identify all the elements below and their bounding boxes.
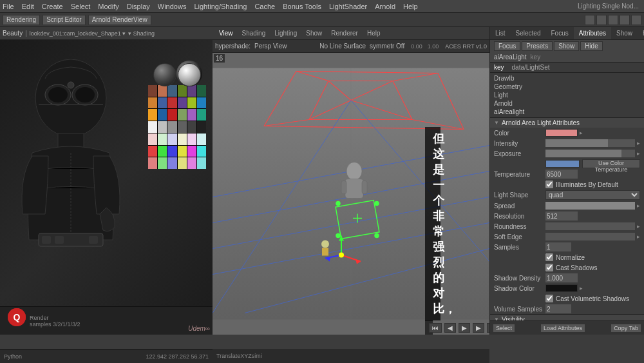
menu-select[interactable]: Select	[71, 3, 91, 10]
temperature-input[interactable]	[545, 170, 578, 179]
select-button[interactable]: Select	[493, 324, 515, 333]
viewport-tab-shading[interactable]: Shading	[238, 30, 270, 37]
no-line-surface[interactable]: No Line Surface	[319, 43, 366, 50]
roundness-slider[interactable]	[545, 222, 635, 230]
toolbar-icon-5[interactable]	[631, 15, 641, 25]
cast-shadows-checkbox[interactable]	[545, 264, 553, 271]
shadow-density-input[interactable]	[545, 273, 578, 282]
menu-windows[interactable]: Windows	[158, 3, 187, 10]
timeline-next-btn[interactable]: ▶	[473, 323, 484, 333]
color-swatch-cell	[178, 146, 187, 157]
symmetry-off[interactable]: symmetr Off	[370, 43, 404, 50]
node-item-arnold[interactable]: Arnold	[494, 99, 640, 108]
presets-btn[interactable]: Presets	[522, 41, 553, 51]
timeline-end-btn[interactable]: ⏭	[487, 323, 489, 333]
load-attributes-button[interactable]: Load Attributes	[540, 324, 585, 333]
copy-tab-button[interactable]: Copy Tab	[611, 324, 641, 333]
normalize-checkbox[interactable]	[545, 253, 553, 261]
attr-tab-data[interactable]: data/LightSet	[508, 63, 554, 72]
persp-view-label[interactable]: Persp View	[254, 43, 287, 50]
intensity-expand[interactable]: ▸	[637, 140, 640, 146]
samples-input[interactable]	[545, 242, 571, 251]
toolbar-icon-2[interactable]	[596, 15, 607, 25]
render-label: Render	[30, 315, 49, 321]
right-tab-show[interactable]: Show	[611, 27, 638, 39]
udemy-logo: Udem∞	[188, 325, 210, 332]
rendering-btn[interactable]: Rendering	[3, 15, 40, 25]
menu-lightshader[interactable]: LightShader	[329, 3, 367, 10]
color-swatch[interactable]	[545, 129, 578, 137]
toolbar-icon-3[interactable]	[608, 15, 618, 25]
viewport-tab-lighting[interactable]: Lighting	[270, 30, 301, 37]
intensity-slider[interactable]	[545, 139, 635, 147]
show-btn[interactable]: Show	[554, 41, 579, 51]
spread-slider[interactable]	[545, 202, 635, 210]
timeline-play-btn[interactable]: ▶	[459, 323, 470, 333]
right-tab-attributes[interactable]: Attributes	[574, 27, 611, 39]
main-layout: Beauty | lookdev_001:cam_lockdev_Shape1 …	[0, 27, 644, 335]
samples-attr: Samples	[490, 242, 644, 252]
right-tab-list[interactable]: List	[490, 27, 511, 39]
timeline-prev-btn[interactable]: ◀	[444, 323, 456, 333]
color-temp-attr: Use Color Temperature	[490, 159, 644, 169]
menu-bonus[interactable]: Bonus Tools	[283, 3, 321, 10]
menu-help[interactable]: Help	[403, 3, 418, 10]
node-item-light[interactable]: Light	[494, 91, 640, 99]
attr-tab-key[interactable]: key	[490, 63, 508, 72]
focus-btn[interactable]: Focus	[494, 41, 520, 51]
color-swatch-cell	[197, 146, 206, 157]
spread-expand[interactable]: ▸	[637, 202, 640, 209]
menu-modify[interactable]: Modify	[98, 3, 118, 10]
menu-arnold[interactable]: Arnold	[375, 3, 395, 10]
color-swatch-cell	[148, 133, 157, 145]
viewport-tab-help[interactable]: Help	[363, 30, 384, 37]
volume-samples-input[interactable]	[545, 304, 571, 313]
color-expand-icon[interactable]: ▸	[580, 130, 583, 136]
color-temp-gradient[interactable]	[545, 160, 580, 168]
color-checker-grid	[148, 85, 206, 169]
exposure-expand[interactable]: ▸	[637, 150, 640, 157]
menu-file[interactable]: File	[3, 3, 14, 10]
3d-scene-area[interactable]: 16	[213, 53, 489, 335]
viewport-tab-renderer[interactable]: Renderer	[327, 30, 362, 37]
visibility-section-header[interactable]: ▼ Visibility	[490, 315, 644, 320]
color-swatch-cell	[167, 109, 176, 121]
exposure-slider[interactable]	[545, 150, 635, 157]
shadow-color-expand[interactable]: ▸	[580, 285, 583, 291]
script-editor-btn[interactable]: Script Editor	[43, 15, 85, 25]
viewport-tab-view[interactable]: View	[215, 30, 237, 37]
node-item-drawib[interactable]: DrawIb	[494, 74, 640, 83]
right-tab-help[interactable]: Help	[638, 27, 644, 39]
roundness-expand[interactable]: ▸	[637, 223, 640, 230]
soft-edge-expand[interactable]: ▸	[637, 233, 640, 240]
resolution-input[interactable]	[545, 211, 578, 221]
render-viewport[interactable]	[0, 40, 213, 335]
hide-btn[interactable]: Hide	[580, 41, 603, 51]
right-tab-focus[interactable]: Focus	[545, 27, 573, 39]
color-swatch-cell	[148, 121, 157, 133]
arnold-renderview-btn[interactable]: Arnold RenderView	[88, 15, 151, 25]
timeline-start-btn[interactable]: ⏮	[429, 323, 442, 333]
node-item-aiarea[interactable]: aiArealight	[494, 108, 640, 116]
attr-content[interactable]: DrawIb Geometry Light Arnold aiArealight…	[490, 73, 644, 320]
menu-display[interactable]: Display	[127, 3, 150, 10]
left-panel-mode[interactable]: Beauty	[3, 30, 23, 37]
right-tab-selected[interactable]: Selected	[511, 27, 546, 39]
shadow-color-swatch[interactable]	[545, 284, 578, 292]
volume-samples-attr: Volume Samples	[490, 304, 644, 314]
toolbar-icon-1[interactable]	[585, 15, 595, 25]
menu-lighting[interactable]: Lighting/Shading	[194, 3, 247, 10]
illuminates-checkbox[interactable]	[545, 181, 553, 188]
color-swatch-cell	[148, 85, 157, 97]
node-item-geometry[interactable]: Geometry	[494, 83, 640, 91]
use-color-temp-btn[interactable]: Use Color Temperature	[582, 159, 640, 168]
soft-edge-slider[interactable]	[545, 233, 635, 240]
volumetric-checkbox[interactable]	[545, 295, 553, 302]
toolbar-icon-4[interactable]	[620, 15, 630, 25]
arnold-area-section-header[interactable]: ▼ Arnold Area Light Attributes	[490, 118, 644, 128]
menu-create[interactable]: Create	[42, 3, 63, 10]
menu-cache[interactable]: Cache	[254, 3, 275, 10]
viewport-tab-show[interactable]: Show	[302, 30, 326, 37]
light-shape-select[interactable]: quad disk cylinder	[545, 190, 640, 200]
menu-edit[interactable]: Edit	[22, 3, 34, 10]
